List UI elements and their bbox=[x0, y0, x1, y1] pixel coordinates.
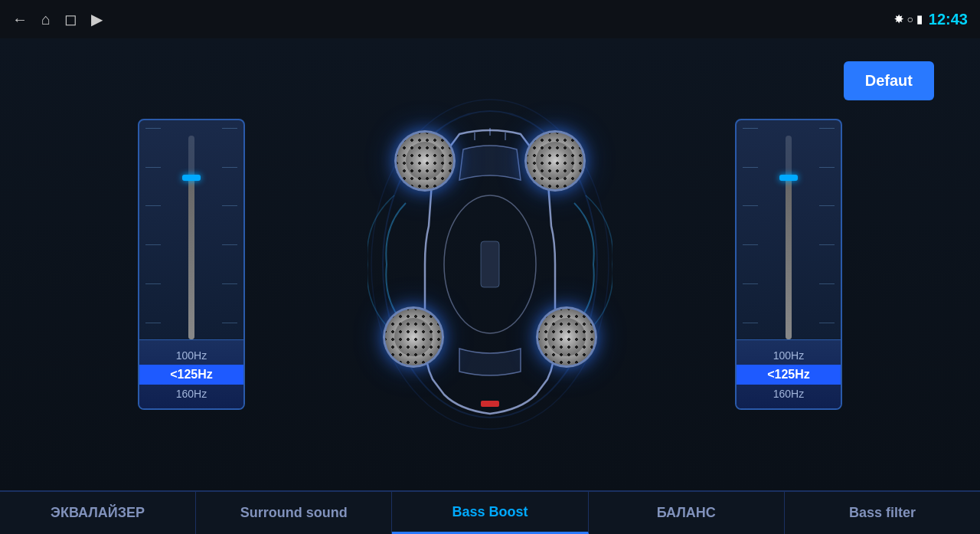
right-slider-fill bbox=[786, 176, 792, 339]
left-slider-thumb[interactable] bbox=[182, 175, 201, 181]
speaker-fl-grille bbox=[397, 133, 453, 189]
speaker-rear-right[interactable] bbox=[536, 306, 597, 368]
left-freq-100[interactable]: 100Hz bbox=[176, 348, 207, 363]
speaker-rear-left[interactable] bbox=[383, 306, 444, 368]
status-bar: ← ⌂ ◻ ▶ ✸ ○ ▮ 12:43 bbox=[0, 0, 980, 38]
bottom-nav: ЭКВАЛАЙЗЕР Surround sound Bass Boost БАЛ… bbox=[0, 490, 980, 534]
home-icon[interactable]: ⌂ bbox=[41, 11, 51, 28]
left-slider-track[interactable] bbox=[188, 136, 194, 339]
svg-rect-3 bbox=[481, 241, 499, 287]
right-freq-125[interactable]: <125Hz bbox=[737, 365, 841, 385]
right-freq-160[interactable]: 160Hz bbox=[773, 386, 804, 401]
right-slider-track[interactable] bbox=[786, 136, 792, 339]
tab-equalizer[interactable]: ЭКВАЛАЙЗЕР bbox=[0, 492, 196, 534]
tab-bass-filter[interactable]: Bass filter bbox=[785, 492, 980, 534]
right-freq-labels: 100Hz <125Hz 160Hz bbox=[737, 339, 841, 408]
svg-rect-4 bbox=[481, 401, 499, 407]
speaker-front-right[interactable] bbox=[524, 130, 586, 192]
tab-surround-label: Surround sound bbox=[240, 505, 348, 521]
left-freq-160[interactable]: 160Hz bbox=[176, 386, 207, 401]
back-icon[interactable]: ← bbox=[12, 11, 28, 28]
tab-balance[interactable]: БАЛАНС bbox=[589, 492, 785, 534]
speaker-fr-grille bbox=[527, 133, 583, 189]
car-container bbox=[337, 80, 643, 448]
car-svg-wrapper bbox=[368, 88, 612, 441]
speaker-front-left[interactable] bbox=[394, 130, 456, 192]
tab-surround[interactable]: Surround sound bbox=[196, 492, 392, 534]
battery-icon: ▮ bbox=[916, 13, 923, 25]
right-slider-thumb[interactable] bbox=[779, 175, 798, 181]
left-eq-panel: 100Hz <125Hz 160Hz bbox=[130, 119, 253, 410]
tab-equalizer-label: ЭКВАЛАЙЗЕР bbox=[51, 505, 145, 521]
main-content: Defaut 100Hz <125Hz 160Hz bbox=[0, 38, 980, 490]
nav-icons: ← ⌂ ◻ ▶ bbox=[12, 10, 103, 28]
bluetooth-icon: ✸ bbox=[894, 13, 903, 25]
wifi-icon: ○ bbox=[906, 13, 913, 25]
default-button[interactable]: Defaut bbox=[844, 61, 934, 100]
status-right: ✸ ○ ▮ 12:43 bbox=[894, 11, 968, 28]
speaker-rl-grille bbox=[385, 309, 442, 365]
left-slider-container: 100Hz <125Hz 160Hz bbox=[138, 119, 245, 410]
tick bbox=[139, 128, 243, 129]
windows-icon[interactable]: ◻ bbox=[64, 10, 77, 28]
left-freq-labels: 100Hz <125Hz 160Hz bbox=[139, 339, 243, 408]
tab-bass-boost-label: Bass Boost bbox=[452, 504, 528, 520]
left-slider-fill bbox=[188, 176, 194, 339]
tick bbox=[737, 128, 841, 129]
tab-balance-label: БАЛАНС bbox=[657, 505, 716, 521]
clock: 12:43 bbox=[929, 11, 968, 28]
status-icons: ✸ ○ ▮ bbox=[894, 13, 922, 25]
tab-bass-filter-label: Bass filter bbox=[849, 505, 916, 521]
right-eq-panel: 100Hz <125Hz 160Hz bbox=[727, 119, 850, 410]
right-slider-container: 100Hz <125Hz 160Hz bbox=[735, 119, 842, 410]
right-freq-100[interactable]: 100Hz bbox=[773, 348, 804, 363]
speaker-rr-grille bbox=[538, 309, 595, 365]
tab-bass-boost[interactable]: Bass Boost bbox=[392, 492, 588, 534]
left-freq-125[interactable]: <125Hz bbox=[139, 365, 243, 385]
media-icon[interactable]: ▶ bbox=[91, 10, 103, 28]
